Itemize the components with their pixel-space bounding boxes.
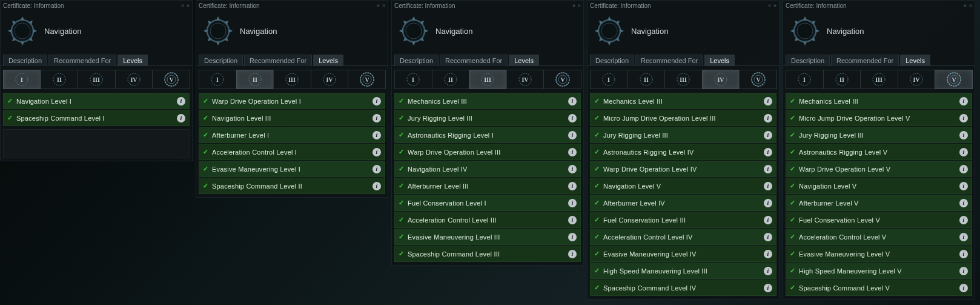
skill-row[interactable]: ✓ Navigation Level IV i — [394, 161, 581, 177]
skill-row[interactable]: ✓ High Speed Maneuvering Level III i — [590, 263, 776, 279]
skill-row[interactable]: ✓ Jury Rigging Level III i — [590, 127, 776, 143]
info-icon[interactable]: i — [372, 182, 381, 190]
skill-row[interactable]: ✓ Micro Jump Drive Operation Level III i — [590, 110, 776, 126]
info-icon[interactable]: i — [959, 284, 968, 292]
level-tab-III[interactable]: III — [664, 70, 703, 89]
skill-row[interactable]: ✓ Warp Drive Operation Level I i — [199, 93, 385, 109]
skill-row[interactable]: ✓ Acceleration Control Level V i — [786, 229, 972, 245]
skill-row[interactable]: ✓ High Speed Maneuvering Level V i — [786, 263, 972, 279]
tab-recommended[interactable]: Recommended For — [635, 55, 703, 66]
skill-row[interactable]: ✓ Afterburner Level I i — [199, 127, 385, 143]
info-icon[interactable]: i — [372, 97, 381, 106]
info-icon[interactable]: i — [372, 131, 381, 139]
skill-row[interactable]: ✓ Evasive Maneuvering Level IV i — [590, 246, 776, 262]
level-tab-III[interactable]: III — [469, 70, 507, 89]
skill-row[interactable]: ✓ Fuel Conservation Level III i — [590, 212, 776, 228]
skill-row[interactable]: ✓ Acceleration Control Level III i — [394, 212, 581, 228]
expand-icon[interactable]: » — [969, 2, 972, 8]
tab-description[interactable]: Description — [199, 55, 243, 66]
collapse-icon[interactable]: « — [572, 2, 575, 8]
skill-row[interactable]: ✓ Evasive Maneuvering Level III i — [394, 229, 581, 245]
info-icon[interactable]: i — [959, 233, 968, 241]
info-icon[interactable]: i — [568, 216, 577, 224]
info-icon[interactable]: i — [764, 114, 772, 122]
level-tab-III[interactable]: III — [78, 70, 116, 89]
expand-icon[interactable]: » — [187, 2, 190, 8]
info-icon[interactable]: i — [764, 131, 772, 139]
skill-row[interactable]: ✓ Astronautics Rigging Level I i — [394, 127, 581, 143]
level-tab-II[interactable]: II — [236, 70, 274, 89]
info-icon[interactable]: i — [764, 250, 772, 258]
skill-row[interactable]: ✓ Afterburner Level IV i — [590, 195, 776, 211]
expand-icon[interactable]: » — [382, 2, 385, 8]
tab-recommended[interactable]: Recommended For — [440, 55, 508, 66]
info-icon[interactable]: i — [568, 165, 577, 173]
skill-row[interactable]: ✓ Warp Drive Operation Level V i — [786, 161, 972, 177]
level-tab-I[interactable]: I — [3, 70, 41, 89]
collapse-icon[interactable]: « — [181, 2, 184, 8]
skill-row[interactable]: ✓ Mechanics Level III i — [394, 93, 581, 109]
info-icon[interactable]: i — [959, 148, 968, 156]
skill-row[interactable]: ✓ Micro Jump Drive Operation Level V i — [786, 110, 972, 126]
info-icon[interactable]: i — [959, 97, 968, 106]
info-icon[interactable]: i — [764, 216, 772, 224]
skill-row[interactable]: ✓ Mechanics Level III i — [590, 93, 776, 109]
skill-row[interactable]: ✓ Navigation Level V i — [786, 178, 972, 194]
level-tab-I[interactable]: I — [590, 70, 628, 89]
skill-row[interactable]: ✓ Astronautics Rigging Level IV i — [590, 144, 776, 160]
level-tab-II[interactable]: II — [432, 70, 470, 89]
level-tab-II[interactable]: II — [823, 70, 861, 89]
info-icon[interactable]: i — [372, 165, 381, 173]
tab-levels[interactable]: Levels — [118, 55, 148, 66]
info-icon[interactable]: i — [959, 199, 968, 207]
level-tab-V[interactable]: V — [543, 70, 581, 89]
level-tab-II[interactable]: II — [41, 70, 79, 89]
skill-row[interactable]: ✓ Spaceship Command Level I i — [3, 110, 190, 126]
tab-description[interactable]: Description — [394, 55, 439, 66]
info-icon[interactable]: i — [959, 114, 968, 122]
tab-recommended[interactable]: Recommended For — [831, 55, 899, 66]
skill-row[interactable]: ✓ Afterburner Level III i — [394, 178, 581, 194]
level-tab-V[interactable]: V — [739, 70, 777, 89]
skill-row[interactable]: ✓ Spaceship Command Level IV i — [590, 280, 776, 296]
info-icon[interactable]: i — [568, 199, 577, 207]
skill-row[interactable]: ✓ Spaceship Command Level III i — [394, 246, 581, 262]
skill-row[interactable]: ✓ Afterburner Level V i — [786, 195, 972, 211]
skill-row[interactable]: ✓ Astronautics Rigging Level V i — [786, 144, 972, 160]
level-tab-IV[interactable]: IV — [115, 70, 153, 89]
level-tab-IV[interactable]: IV — [506, 70, 545, 89]
tab-description[interactable]: Description — [590, 55, 634, 66]
level-tab-IV[interactable]: IV — [311, 70, 349, 89]
skill-row[interactable]: ✓ Spaceship Command Level II i — [199, 178, 385, 194]
info-icon[interactable]: i — [568, 250, 577, 258]
info-icon[interactable]: i — [959, 216, 968, 224]
info-icon[interactable]: i — [568, 97, 577, 106]
skill-row[interactable]: ✓ Jury Rigging Level III i — [786, 127, 972, 143]
info-icon[interactable]: i — [959, 131, 968, 139]
skill-row[interactable]: ✓ Navigation Level III i — [199, 110, 385, 126]
skill-row[interactable]: ✓ Jury Rigging Level III i — [394, 110, 581, 126]
tab-levels[interactable]: Levels — [704, 55, 735, 66]
level-tab-III[interactable]: III — [860, 70, 898, 89]
level-tab-IV[interactable]: IV — [702, 70, 740, 89]
level-tab-II[interactable]: II — [627, 70, 666, 89]
expand-icon[interactable]: » — [773, 2, 776, 8]
skill-row[interactable]: ✓ Spaceship Command Level V i — [786, 280, 972, 296]
tab-description[interactable]: Description — [3, 55, 47, 66]
info-icon[interactable]: i — [764, 267, 772, 275]
tab-description[interactable]: Description — [786, 55, 830, 66]
info-icon[interactable]: i — [764, 233, 772, 241]
skill-row[interactable]: ✓ Navigation Level I i — [3, 93, 190, 109]
info-icon[interactable]: i — [764, 165, 772, 173]
info-icon[interactable]: i — [764, 199, 772, 207]
expand-icon[interactable]: » — [578, 2, 581, 8]
level-tab-IV[interactable]: IV — [898, 70, 936, 89]
info-icon[interactable]: i — [764, 97, 772, 106]
collapse-icon[interactable]: « — [768, 2, 771, 8]
info-icon[interactable]: i — [568, 131, 577, 139]
level-tab-V[interactable]: V — [152, 70, 190, 89]
info-icon[interactable]: i — [568, 148, 577, 156]
info-icon[interactable]: i — [568, 233, 577, 241]
info-icon[interactable]: i — [568, 114, 577, 122]
skill-row[interactable]: ✓ Mechanics Level III i — [786, 93, 972, 109]
